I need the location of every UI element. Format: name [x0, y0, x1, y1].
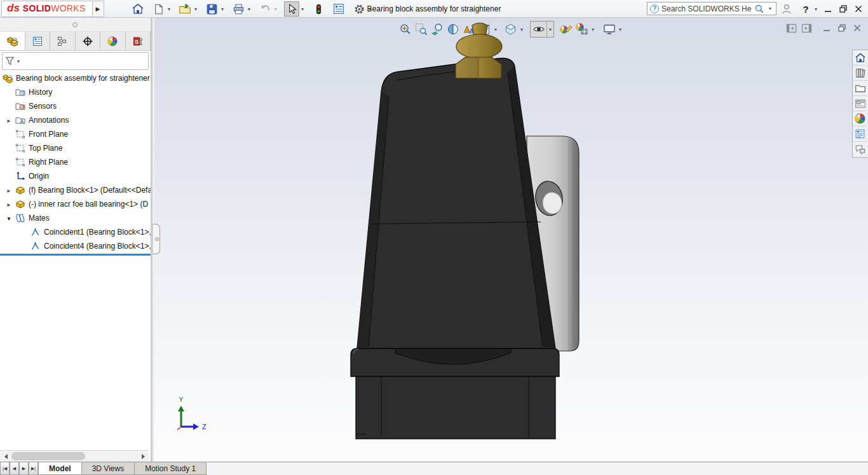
doc-minimize-button[interactable] [821, 23, 832, 33]
tree-item-history[interactable]: History [0, 85, 151, 99]
tab-model[interactable]: Model [38, 462, 82, 475]
panel-splitter-handle[interactable] [153, 224, 160, 254]
options-gear-button[interactable] [351, 1, 367, 17]
design-library-button[interactable] [853, 65, 867, 81]
tree-item-inner-race[interactable]: (-) inner racr foe ball bearing<1> (D [0, 197, 151, 211]
filter-dropdown[interactable] [15, 59, 22, 64]
help-search-box[interactable]: ? [647, 2, 776, 15]
appearances-scenes-button[interactable] [853, 111, 867, 127]
select-dropdown[interactable] [299, 6, 306, 12]
tab-3d-views[interactable]: 3D Views [82, 462, 135, 475]
z-axis-label: Z [202, 423, 207, 430]
print-dropdown[interactable] [246, 6, 252, 12]
tree-item-coincident1[interactable]: Coincident1 (Bearing Block<1>, [0, 225, 151, 239]
doc-close-button[interactable] [851, 23, 863, 33]
solidworks-forum-button[interactable] [853, 142, 867, 157]
file-explorer-button[interactable] [853, 81, 867, 96]
part-icon [15, 185, 25, 195]
tree-item-top-plane[interactable]: Top Plane [0, 141, 151, 155]
nav-first-button[interactable] [0, 462, 10, 475]
logo-works-text: WORKS [51, 3, 85, 13]
ds-logo-mark: ds [7, 3, 20, 13]
manager-tabs [0, 32, 151, 51]
menu-flyout-arrow-button[interactable] [93, 1, 104, 17]
tree-item-bearing-block[interactable]: (f) Bearing Block<1> (Default<<Defa [0, 183, 151, 197]
custom-properties-button[interactable] [853, 127, 867, 142]
restore-button[interactable] [836, 0, 850, 18]
save-button[interactable] [204, 1, 219, 17]
annotations-folder-icon [15, 115, 25, 125]
select-tool-button[interactable] [284, 1, 299, 17]
tree-item-label: Right Plane [29, 158, 68, 167]
tree-item-label: Sensors [29, 102, 57, 111]
history-folder-icon [15, 87, 25, 97]
tab-motion-study-1[interactable]: Motion Study 1 [135, 462, 207, 475]
nav-previous-button[interactable] [10, 462, 19, 475]
home-button[interactable] [130, 1, 146, 17]
display-pane-button[interactable] [331, 1, 346, 17]
open-dropdown[interactable] [193, 6, 199, 12]
collapse-left-pane-button[interactable] [785, 23, 797, 33]
scrollbar-thumb[interactable] [11, 452, 85, 460]
search-input[interactable] [661, 4, 752, 13]
help-button[interactable]: ? [799, 0, 812, 18]
scroll-right-arrow[interactable] [139, 453, 147, 460]
scroll-left-arrow[interactable] [2, 453, 10, 460]
plane-icon [15, 129, 25, 139]
tree-item-label: Origin [29, 172, 49, 181]
tree-item-mates[interactable]: Mates [0, 211, 151, 225]
minimize-button[interactable] [821, 0, 835, 18]
tree-item-sensors[interactable]: Sensors [0, 99, 151, 113]
tab-cam-manager[interactable] [126, 32, 151, 50]
print-button[interactable] [231, 1, 246, 17]
undo-dropdown[interactable] [273, 6, 279, 12]
bearing-block-assembly-model[interactable] [154, 18, 868, 462]
tab-dimxpert-manager[interactable] [76, 32, 101, 50]
assembly-icon [3, 73, 13, 83]
solidworks-resources-button[interactable] [853, 50, 867, 65]
nav-next-button[interactable] [19, 462, 29, 475]
tree-item-right-plane[interactable]: Right Plane [0, 155, 151, 169]
tree-item-front-plane[interactable]: Front Plane [0, 127, 151, 141]
doc-restore-button[interactable] [836, 23, 848, 33]
help-dropdown[interactable] [812, 0, 820, 18]
rollback-bar[interactable] [0, 254, 151, 256]
splitter-grip-icon[interactable] [72, 22, 78, 27]
view-palette-button[interactable] [853, 96, 867, 111]
login-person-button[interactable] [779, 0, 794, 18]
search-icon[interactable] [754, 4, 764, 14]
close-button[interactable] [851, 0, 865, 18]
commandmanager-collapsed-strip[interactable] [0, 18, 151, 32]
tab-label: Motion Study 1 [145, 464, 196, 473]
panel-horizontal-scrollbar[interactable] [0, 450, 149, 462]
expand-arrow[interactable] [3, 215, 15, 222]
nav-last-button[interactable] [29, 462, 38, 475]
solidworks-logo: ds SOLIDWORKS [1, 1, 93, 17]
tab-property-manager[interactable] [25, 32, 51, 50]
mates-paperclip-icon [15, 213, 25, 223]
rebuild-lights-button[interactable] [311, 1, 326, 17]
graphics-viewport[interactable]: Y Z [154, 18, 868, 462]
collapse-right-pane-button[interactable] [801, 23, 812, 33]
filter-funnel-icon[interactable] [5, 56, 15, 66]
tree-item-coincident4[interactable]: Coincident4 (Bearing Block<1>, [0, 239, 151, 253]
open-button[interactable] [177, 1, 193, 17]
new-document-dropdown[interactable] [166, 6, 172, 12]
cam-manager-icon [133, 36, 143, 46]
tree-item-label: Mates [29, 214, 50, 223]
expand-arrow[interactable] [3, 201, 15, 208]
tree-item-annotations[interactable]: Annotations [0, 113, 151, 127]
tree-item-root[interactable]: Bearing block assembly for straightener [0, 71, 151, 85]
expand-arrow[interactable] [3, 117, 15, 124]
tab-featuremanager-design-tree[interactable] [0, 32, 25, 50]
search-dropdown[interactable] [767, 6, 773, 11]
undo-button[interactable] [257, 1, 273, 17]
tab-display-manager[interactable] [100, 32, 126, 50]
tree-item-label: Top Plane [29, 144, 62, 153]
expand-arrow[interactable] [3, 187, 15, 194]
tab-configuration-manager[interactable] [50, 32, 76, 50]
splitter-grip-icon [155, 237, 159, 241]
save-dropdown[interactable] [219, 6, 226, 12]
new-document-button[interactable] [151, 1, 166, 17]
tree-item-origin[interactable]: Origin [0, 169, 151, 183]
